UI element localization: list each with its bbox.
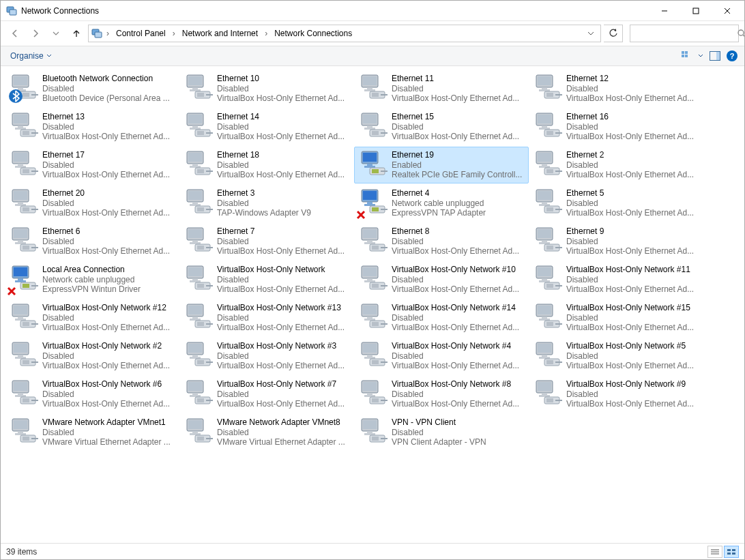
connection-device: VirtualBox Host-Only Ethernet Ad...	[392, 132, 524, 142]
help-button[interactable]: ?	[727, 50, 737, 61]
connection-status: Disabled	[217, 84, 349, 94]
svg-rect-179	[367, 316, 372, 319]
connection-item[interactable]: VirtualBox Host-Only Network #7DisabledV…	[179, 376, 354, 413]
connection-item[interactable]: Ethernet 2DisabledVirtualBox Host-Only E…	[529, 147, 703, 183]
svg-rect-40	[546, 93, 553, 97]
connection-item[interactable]: VirtualBox Host-Only NetworkDisabledVirt…	[179, 261, 354, 298]
connection-item[interactable]: VirtualBox Host-Only Network #2DisabledV…	[5, 338, 179, 374]
connection-name: VMware Network Adapter VMnet1	[42, 417, 175, 428]
connection-item[interactable]: Ethernet 16DisabledVirtualBox Host-Only …	[529, 108, 703, 145]
connection-item[interactable]: Ethernet 4Network cable unpluggedExpress…	[354, 185, 529, 222]
connection-status: Disabled	[42, 84, 175, 94]
connection-item[interactable]: Ethernet 6DisabledVirtualBox Host-Only E…	[5, 223, 179, 260]
refresh-button[interactable]	[604, 25, 623, 42]
breadcrumb-sep-icon[interactable]: ›	[263, 29, 269, 38]
organise-menu-button[interactable]: Organise	[8, 50, 55, 62]
connection-device: VirtualBox Host-Only Ethernet Ad...	[217, 361, 349, 371]
close-button[interactable]	[712, 1, 743, 21]
connection-item[interactable]: VirtualBox Host-Only Network #3DisabledV…	[179, 338, 354, 374]
connection-item[interactable]: Ethernet 14DisabledVirtualBox Host-Only …	[179, 108, 354, 145]
connection-item[interactable]: Ethernet 10DisabledVirtualBox Host-Only …	[179, 70, 354, 107]
breadcrumb-item[interactable]: Network and Internet	[179, 27, 261, 40]
connection-item[interactable]: Ethernet 13DisabledVirtualBox Host-Only …	[5, 108, 179, 145]
back-button[interactable]	[6, 25, 24, 42]
search-input[interactable]	[634, 29, 737, 38]
connection-status: Network cable unplugged	[42, 275, 175, 285]
forward-button[interactable]	[27, 25, 44, 42]
svg-point-8	[738, 30, 744, 35]
breadcrumb-sep-icon[interactable]: ›	[105, 29, 111, 38]
connection-status: Disabled	[42, 389, 175, 400]
preview-pane-button[interactable]	[709, 50, 721, 62]
connection-item[interactable]: Ethernet 15DisabledVirtualBox Host-Only …	[354, 108, 529, 145]
breadcrumb-item[interactable]: Control Panel	[113, 27, 169, 40]
address-dropdown-button[interactable]	[584, 30, 598, 37]
recent-locations-button[interactable]	[47, 25, 65, 42]
connection-status: Disabled	[392, 275, 524, 285]
view-options-button[interactable]	[680, 50, 692, 62]
connection-name: Ethernet 13	[42, 112, 175, 122]
connection-item[interactable]: VirtualBox Host-Only Network #4DisabledV…	[354, 338, 529, 374]
command-bar: Organise ?	[1, 46, 744, 66]
network-adapter-icon	[532, 341, 562, 371]
connection-item[interactable]: VirtualBox Host-Only Network #10Disabled…	[354, 261, 529, 298]
connection-item[interactable]: Ethernet 7DisabledVirtualBox Host-Only E…	[179, 223, 354, 260]
chevron-down-icon[interactable]	[698, 53, 703, 59]
connection-item[interactable]: VirtualBox Host-Only Network #14Disabled…	[354, 299, 529, 336]
svg-rect-52	[197, 131, 204, 135]
svg-rect-250	[363, 420, 377, 429]
details-view-button[interactable]	[707, 546, 722, 558]
connection-item[interactable]: Ethernet 9DisabledVirtualBox Host-Only E…	[529, 223, 703, 260]
connection-item[interactable]: VirtualBox Host-Only Network #5DisabledV…	[529, 338, 703, 374]
svg-rect-182	[372, 322, 379, 326]
maximize-button[interactable]	[680, 1, 712, 21]
svg-rect-200	[197, 360, 204, 364]
connection-item[interactable]: VMware Network Adapter VMnet8DisabledVMw…	[179, 414, 354, 451]
connection-item[interactable]: Ethernet 8DisabledVirtualBox Host-Only E…	[354, 223, 529, 260]
connection-item[interactable]: VirtualBox Host-Only Network #11Disabled…	[529, 261, 703, 298]
network-adapter-icon	[183, 417, 213, 447]
connection-item[interactable]: Bluetooth Network ConnectionDisabledBlue…	[5, 70, 179, 107]
connection-item[interactable]: Ethernet 17DisabledVirtualBox Host-Only …	[5, 147, 179, 183]
connection-status: Disabled	[217, 275, 349, 285]
connection-item[interactable]: VirtualBox Host-Only Network #13Disabled…	[179, 299, 354, 336]
svg-rect-212	[546, 360, 553, 364]
minimize-button[interactable]	[649, 1, 680, 21]
svg-rect-67	[18, 164, 23, 166]
address-bar[interactable]: › Control Panel › Network and Internet ›…	[88, 25, 601, 42]
connection-name: Ethernet 2	[566, 150, 699, 160]
tiles-view-button[interactable]	[724, 546, 739, 558]
connection-item[interactable]: VirtualBox Host-Only Network #8DisabledV…	[354, 376, 529, 413]
connection-item[interactable]: VMware Network Adapter VMnet1DisabledVMw…	[5, 414, 179, 451]
connection-item[interactable]: VirtualBox Host-Only Network #15Disabled…	[529, 299, 703, 336]
connection-status: Disabled	[217, 237, 349, 247]
svg-rect-30	[363, 76, 377, 85]
connection-item[interactable]: Ethernet 12DisabledVirtualBox Host-Only …	[529, 70, 703, 107]
connection-item[interactable]: VPN - VPN ClientDisabledVPN Client Adapt…	[354, 414, 529, 451]
search-box[interactable]	[630, 25, 739, 42]
connection-name: Ethernet 19	[392, 150, 524, 160]
svg-rect-36	[538, 76, 551, 85]
content-area[interactable]: Bluetooth Network ConnectionDisabledBlue…	[1, 66, 744, 543]
connection-item[interactable]: Ethernet 19EnabledRealtek PCIe GbE Famil…	[354, 147, 529, 183]
connection-item[interactable]: Ethernet 5DisabledVirtualBox Host-Only E…	[529, 185, 703, 222]
svg-rect-12	[682, 55, 684, 57]
connection-item[interactable]: Ethernet 20DisabledVirtualBox Host-Only …	[5, 185, 179, 222]
connection-item[interactable]: Ethernet 3DisabledTAP-Windows Adapter V9	[179, 185, 354, 222]
connection-device: VirtualBox Host-Only Ethernet Ad...	[217, 399, 349, 409]
svg-rect-85	[542, 164, 547, 166]
breadcrumb-sep-icon[interactable]: ›	[171, 29, 177, 38]
connection-item[interactable]: VirtualBox Host-Only Network #6DisabledV…	[5, 376, 179, 413]
connection-item[interactable]: Ethernet 18DisabledVirtualBox Host-Only …	[179, 147, 354, 183]
svg-rect-31	[367, 87, 372, 89]
connection-item[interactable]: VirtualBox Host-Only Network #12Disabled…	[5, 299, 179, 336]
connection-item[interactable]: Ethernet 11DisabledVirtualBox Host-Only …	[354, 70, 529, 107]
svg-rect-3	[693, 8, 699, 14]
connection-item[interactable]: VirtualBox Host-Only Network #9DisabledV…	[529, 376, 703, 413]
connection-item[interactable]: Local Area ConnectionNetwork cable unplu…	[5, 261, 179, 298]
svg-rect-167	[18, 316, 23, 319]
up-button[interactable]	[68, 25, 85, 42]
svg-rect-1	[10, 10, 16, 15]
connection-device: VirtualBox Host-Only Ethernet Ad...	[42, 132, 175, 142]
breadcrumb-item[interactable]: Network Connections	[272, 27, 355, 40]
